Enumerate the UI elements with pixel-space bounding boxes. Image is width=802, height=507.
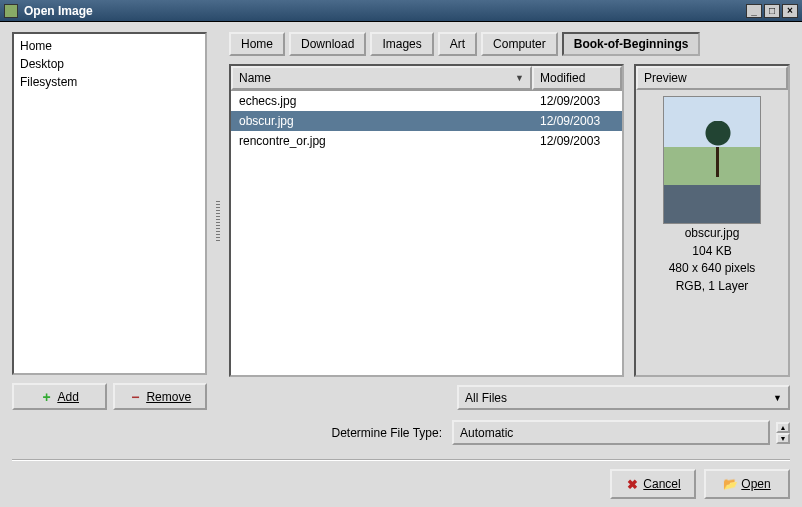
open-button[interactable]: 📂 Open — [704, 469, 790, 499]
breadcrumb-item[interactable]: Art — [438, 32, 477, 56]
filetype-value: Automatic — [460, 426, 513, 440]
file-modified: 12/09/2003 — [532, 133, 622, 149]
preview-panel: Preview obscur.jpg 104 KB 480 x 640 pixe… — [634, 64, 790, 377]
chevron-up-icon[interactable]: ▲ — [776, 422, 790, 433]
cancel-icon: ✖ — [625, 477, 639, 491]
file-name: obscur.jpg — [231, 113, 532, 129]
file-row[interactable]: echecs.jpg12/09/2003 — [231, 91, 622, 111]
column-name[interactable]: Name ▼ — [231, 66, 532, 90]
chevron-down-icon[interactable]: ▼ — [776, 433, 790, 444]
window-title: Open Image — [24, 4, 746, 18]
file-row[interactable]: obscur.jpg12/09/2003 — [231, 111, 622, 131]
sort-indicator-icon: ▼ — [515, 73, 524, 83]
filetype-combo[interactable]: Automatic — [452, 420, 770, 445]
filetype-spin[interactable]: ▲ ▼ — [776, 422, 790, 444]
preview-mode: RGB, 1 Layer — [676, 279, 749, 295]
file-name: rencontre_or.jpg — [231, 133, 532, 149]
cancel-button[interactable]: ✖ Cancel — [610, 469, 696, 499]
preview-dimensions: 480 x 640 pixels — [669, 261, 756, 277]
plus-icon: + — [40, 390, 54, 404]
places-list[interactable]: Home Desktop Filesystem — [12, 32, 207, 375]
add-button[interactable]: + Add — [12, 383, 107, 410]
column-modified[interactable]: Modified — [532, 66, 622, 90]
file-name: echecs.jpg — [231, 93, 532, 109]
preview-thumbnail — [663, 96, 761, 224]
minimize-button[interactable]: _ — [746, 4, 762, 18]
file-row[interactable]: rencontre_or.jpg12/09/2003 — [231, 131, 622, 151]
places-item[interactable]: Desktop — [14, 55, 205, 73]
filetype-label: Determine File Type: — [12, 426, 446, 440]
separator — [12, 459, 790, 461]
breadcrumb-bar: HomeDownloadImagesArtComputerBook-of-Beg… — [229, 32, 790, 56]
file-filter-value: All Files — [465, 391, 507, 405]
titlebar: Open Image _ □ × — [0, 0, 802, 22]
file-list[interactable]: Name ▼ Modified echecs.jpg12/09/2003obsc… — [229, 64, 624, 377]
file-modified: 12/09/2003 — [532, 113, 622, 129]
places-item[interactable]: Filesystem — [14, 73, 205, 91]
folder-open-icon: 📂 — [723, 477, 737, 491]
app-icon — [4, 4, 18, 18]
breadcrumb-item[interactable]: Computer — [481, 32, 558, 56]
places-panel: Home Desktop Filesystem + Add − Remove — [12, 32, 207, 410]
pane-grip[interactable] — [215, 32, 221, 410]
breadcrumb-item[interactable]: Download — [289, 32, 366, 56]
chevron-down-icon: ▼ — [773, 393, 782, 403]
breadcrumb-item[interactable]: Book-of-Beginnings — [562, 32, 701, 56]
maximize-button[interactable]: □ — [764, 4, 780, 18]
add-label: Add — [58, 390, 79, 404]
minus-icon: − — [128, 390, 142, 404]
breadcrumb-item[interactable]: Images — [370, 32, 433, 56]
remove-button[interactable]: − Remove — [113, 383, 208, 410]
places-item[interactable]: Home — [14, 37, 205, 55]
preview-filesize: 104 KB — [692, 244, 731, 260]
preview-filename: obscur.jpg — [685, 226, 740, 242]
preview-header: Preview — [636, 66, 788, 90]
remove-label: Remove — [146, 390, 191, 404]
file-filter-combo[interactable]: All Files ▼ — [457, 385, 790, 410]
cancel-label: Cancel — [643, 477, 680, 491]
list-header: Name ▼ Modified — [231, 66, 622, 91]
breadcrumb-item[interactable]: Home — [229, 32, 285, 56]
close-button[interactable]: × — [782, 4, 798, 18]
file-modified: 12/09/2003 — [532, 93, 622, 109]
open-label: Open — [741, 477, 770, 491]
